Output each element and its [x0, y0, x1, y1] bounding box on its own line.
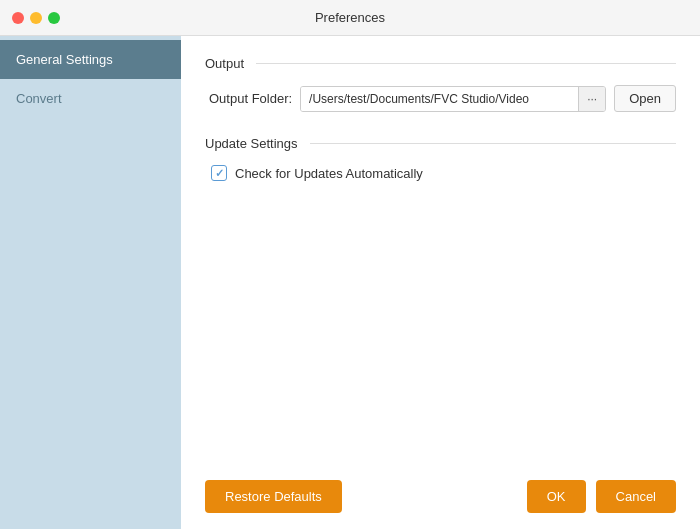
folder-label: Output Folder: [209, 91, 292, 106]
ok-cancel-group: OK Cancel [527, 480, 676, 513]
bottom-bar: Restore Defaults OK Cancel [181, 464, 700, 529]
auto-update-row: ✓ Check for Updates Automatically [205, 165, 676, 181]
update-section-header: Update Settings [205, 136, 676, 151]
maximize-button[interactable] [48, 12, 60, 24]
window-title: Preferences [315, 10, 385, 25]
restore-defaults-button[interactable]: Restore Defaults [205, 480, 342, 513]
folder-open-button[interactable]: Open [614, 85, 676, 112]
folder-input-wrapper: ··· [300, 86, 606, 112]
ok-button[interactable]: OK [527, 480, 586, 513]
output-section: Output Output Folder: ··· Open [205, 56, 676, 112]
section-divider [256, 63, 676, 64]
minimize-button[interactable] [30, 12, 42, 24]
sidebar-item-label: Convert [16, 91, 62, 106]
main-layout: General Settings Convert Output Output F… [0, 36, 700, 529]
folder-row: Output Folder: ··· Open [205, 85, 676, 112]
auto-update-label: Check for Updates Automatically [235, 166, 423, 181]
update-section: Update Settings ✓ Check for Updates Auto… [205, 136, 676, 181]
output-section-header: Output [205, 56, 676, 71]
content-area: Output Output Folder: ··· Open Update Se… [181, 36, 700, 529]
title-bar: Preferences [0, 0, 700, 36]
output-section-title: Output [205, 56, 244, 71]
sidebar-item-general-settings[interactable]: General Settings [0, 40, 181, 79]
section-divider [310, 143, 676, 144]
checkmark-icon: ✓ [215, 168, 224, 179]
sidebar-item-convert[interactable]: Convert [0, 79, 181, 118]
close-button[interactable] [12, 12, 24, 24]
folder-browse-button[interactable]: ··· [578, 87, 605, 111]
sidebar: General Settings Convert [0, 36, 181, 529]
traffic-lights [12, 12, 60, 24]
folder-path-input[interactable] [301, 87, 578, 111]
cancel-button[interactable]: Cancel [596, 480, 676, 513]
update-section-title: Update Settings [205, 136, 298, 151]
auto-update-checkbox[interactable]: ✓ [211, 165, 227, 181]
sidebar-item-label: General Settings [16, 52, 113, 67]
